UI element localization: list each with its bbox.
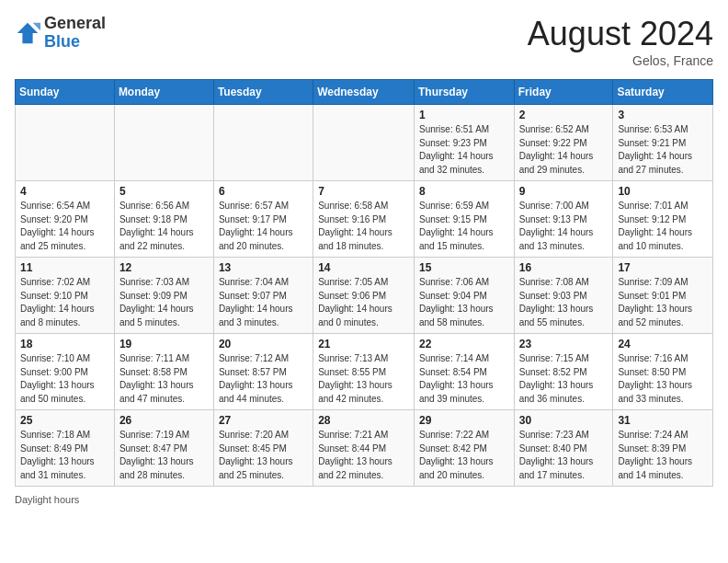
day-number: 15 [419, 261, 509, 274]
day-info: Sunrise: 7:16 AM Sunset: 8:50 PM Dayligh… [618, 352, 708, 406]
day-info: Sunrise: 6:57 AM Sunset: 9:17 PM Dayligh… [219, 200, 308, 253]
calendar-cell: 28Sunrise: 7:21 AM Sunset: 8:44 PM Dayli… [313, 410, 415, 487]
calendar-cell [16, 105, 115, 181]
day-info: Sunrise: 7:02 AM Sunset: 9:10 PM Dayligh… [20, 276, 109, 329]
day-info: Sunrise: 6:52 AM Sunset: 9:22 PM Dayligh… [519, 123, 609, 177]
calendar-cell: 9Sunrise: 7:00 AM Sunset: 9:13 PM Daylig… [514, 181, 613, 258]
day-info: Sunrise: 7:18 AM Sunset: 8:49 PM Dayligh… [20, 429, 109, 482]
day-info: Sunrise: 6:53 AM Sunset: 9:21 PM Dayligh… [618, 123, 708, 177]
calendar-cell: 16Sunrise: 7:08 AM Sunset: 9:03 PM Dayli… [514, 258, 613, 334]
calendar-cell: 22Sunrise: 7:14 AM Sunset: 8:54 PM Dayli… [414, 334, 514, 410]
weekday-header-friday: Friday [514, 80, 613, 105]
calendar-cell: 2Sunrise: 6:52 AM Sunset: 9:22 PM Daylig… [514, 105, 613, 181]
calendar-cell: 18Sunrise: 7:10 AM Sunset: 9:00 PM Dayli… [16, 334, 115, 410]
logo: General Blue [15, 15, 106, 52]
day-number: 29 [419, 414, 509, 427]
day-number: 28 [318, 414, 409, 427]
day-number: 21 [318, 338, 409, 350]
day-info: Sunrise: 7:01 AM Sunset: 9:12 PM Dayligh… [618, 200, 708, 253]
calendar-cell: 6Sunrise: 6:57 AM Sunset: 9:17 PM Daylig… [213, 181, 313, 258]
day-number: 12 [119, 261, 209, 274]
svg-marker-0 [17, 23, 38, 43]
weekday-header-sunday: Sunday [16, 80, 115, 105]
calendar-cell: 3Sunrise: 6:53 AM Sunset: 9:21 PM Daylig… [613, 105, 713, 181]
weekday-header-monday: Monday [114, 80, 213, 105]
logo-blue-text: Blue [44, 32, 80, 51]
day-info: Sunrise: 7:04 AM Sunset: 9:07 PM Dayligh… [219, 276, 308, 329]
weekday-header-wednesday: Wednesday [313, 80, 415, 105]
calendar-cell: 14Sunrise: 7:05 AM Sunset: 9:06 PM Dayli… [313, 258, 415, 334]
day-number: 8 [419, 185, 509, 198]
day-info: Sunrise: 7:20 AM Sunset: 8:45 PM Dayligh… [219, 429, 308, 482]
day-number: 25 [20, 414, 109, 427]
calendar-cell: 31Sunrise: 7:24 AM Sunset: 8:39 PM Dayli… [613, 410, 713, 487]
week-row-3: 11Sunrise: 7:02 AM Sunset: 9:10 PM Dayli… [16, 258, 713, 334]
calendar-cell: 19Sunrise: 7:11 AM Sunset: 8:58 PM Dayli… [114, 334, 213, 410]
day-info: Sunrise: 6:59 AM Sunset: 9:15 PM Dayligh… [419, 200, 509, 253]
day-number: 30 [519, 414, 609, 427]
calendar-cell: 10Sunrise: 7:01 AM Sunset: 9:12 PM Dayli… [613, 181, 713, 258]
day-info: Sunrise: 7:09 AM Sunset: 9:01 PM Dayligh… [618, 276, 708, 329]
day-number: 20 [219, 338, 308, 350]
day-info: Sunrise: 6:58 AM Sunset: 9:16 PM Dayligh… [318, 200, 409, 253]
weekday-row: SundayMondayTuesdayWednesdayThursdayFrid… [16, 80, 713, 105]
calendar-cell: 23Sunrise: 7:15 AM Sunset: 8:52 PM Dayli… [514, 334, 613, 410]
weekday-header-saturday: Saturday [613, 80, 713, 105]
day-number: 5 [119, 185, 209, 198]
weekday-header-tuesday: Tuesday [213, 80, 313, 105]
day-info: Sunrise: 6:51 AM Sunset: 9:23 PM Dayligh… [419, 123, 509, 177]
calendar-cell [213, 105, 313, 181]
day-info: Sunrise: 7:08 AM Sunset: 9:03 PM Dayligh… [519, 276, 609, 329]
calendar-cell: 11Sunrise: 7:02 AM Sunset: 9:10 PM Dayli… [16, 258, 115, 334]
calendar-cell: 7Sunrise: 6:58 AM Sunset: 9:16 PM Daylig… [313, 181, 415, 258]
day-number: 19 [119, 338, 209, 350]
day-number: 4 [20, 185, 109, 198]
day-info: Sunrise: 7:11 AM Sunset: 8:58 PM Dayligh… [119, 352, 209, 406]
day-number: 2 [519, 109, 609, 121]
day-info: Sunrise: 6:56 AM Sunset: 9:18 PM Dayligh… [119, 200, 209, 253]
day-number: 1 [419, 109, 509, 121]
logo-text: General Blue [44, 15, 106, 52]
calendar-cell: 30Sunrise: 7:23 AM Sunset: 8:40 PM Dayli… [514, 410, 613, 487]
calendar-header: SundayMondayTuesdayWednesdayThursdayFrid… [16, 80, 713, 105]
day-info: Sunrise: 7:19 AM Sunset: 8:47 PM Dayligh… [119, 429, 209, 482]
day-number: 3 [618, 109, 708, 121]
calendar-cell: 15Sunrise: 7:06 AM Sunset: 9:04 PM Dayli… [414, 258, 514, 334]
day-info: Sunrise: 7:03 AM Sunset: 9:09 PM Dayligh… [119, 276, 209, 329]
day-number: 18 [20, 338, 109, 350]
month-title: August 2024 [528, 15, 713, 53]
day-number: 22 [419, 338, 509, 350]
day-info: Sunrise: 7:13 AM Sunset: 8:55 PM Dayligh… [318, 352, 409, 406]
calendar-cell: 27Sunrise: 7:20 AM Sunset: 8:45 PM Dayli… [213, 410, 313, 487]
footer-note: Daylight hours [15, 494, 713, 505]
logo-icon [15, 20, 40, 46]
day-number: 7 [318, 185, 409, 198]
location: Gelos, France [528, 53, 713, 68]
day-number: 23 [519, 338, 609, 350]
day-number: 17 [618, 261, 708, 274]
calendar-cell: 8Sunrise: 6:59 AM Sunset: 9:15 PM Daylig… [414, 181, 514, 258]
weekday-header-thursday: Thursday [414, 80, 514, 105]
day-info: Sunrise: 7:22 AM Sunset: 8:42 PM Dayligh… [419, 429, 509, 482]
calendar-cell: 17Sunrise: 7:09 AM Sunset: 9:01 PM Dayli… [613, 258, 713, 334]
calendar-cell: 25Sunrise: 7:18 AM Sunset: 8:49 PM Dayli… [16, 410, 115, 487]
day-info: Sunrise: 7:15 AM Sunset: 8:52 PM Dayligh… [519, 352, 609, 406]
day-info: Sunrise: 6:54 AM Sunset: 9:20 PM Dayligh… [20, 200, 109, 253]
calendar-cell [313, 105, 415, 181]
day-info: Sunrise: 7:21 AM Sunset: 8:44 PM Dayligh… [318, 429, 409, 482]
day-info: Sunrise: 7:00 AM Sunset: 9:13 PM Dayligh… [519, 200, 609, 253]
week-row-2: 4Sunrise: 6:54 AM Sunset: 9:20 PM Daylig… [16, 181, 713, 258]
day-number: 24 [618, 338, 708, 350]
day-number: 14 [318, 261, 409, 274]
calendar-body: 1Sunrise: 6:51 AM Sunset: 9:23 PM Daylig… [16, 105, 713, 487]
day-info: Sunrise: 7:10 AM Sunset: 9:00 PM Dayligh… [20, 352, 109, 406]
day-number: 16 [519, 261, 609, 274]
week-row-1: 1Sunrise: 6:51 AM Sunset: 9:23 PM Daylig… [16, 105, 713, 181]
calendar-cell: 26Sunrise: 7:19 AM Sunset: 8:47 PM Dayli… [114, 410, 213, 487]
calendar-table: SundayMondayTuesdayWednesdayThursdayFrid… [15, 79, 713, 487]
day-info: Sunrise: 7:05 AM Sunset: 9:06 PM Dayligh… [318, 276, 409, 329]
logo-general-text: General [44, 14, 106, 32]
calendar-cell: 4Sunrise: 6:54 AM Sunset: 9:20 PM Daylig… [16, 181, 115, 258]
page-header: General Blue August 2024 Gelos, France [15, 15, 713, 68]
calendar-cell: 20Sunrise: 7:12 AM Sunset: 8:57 PM Dayli… [213, 334, 313, 410]
